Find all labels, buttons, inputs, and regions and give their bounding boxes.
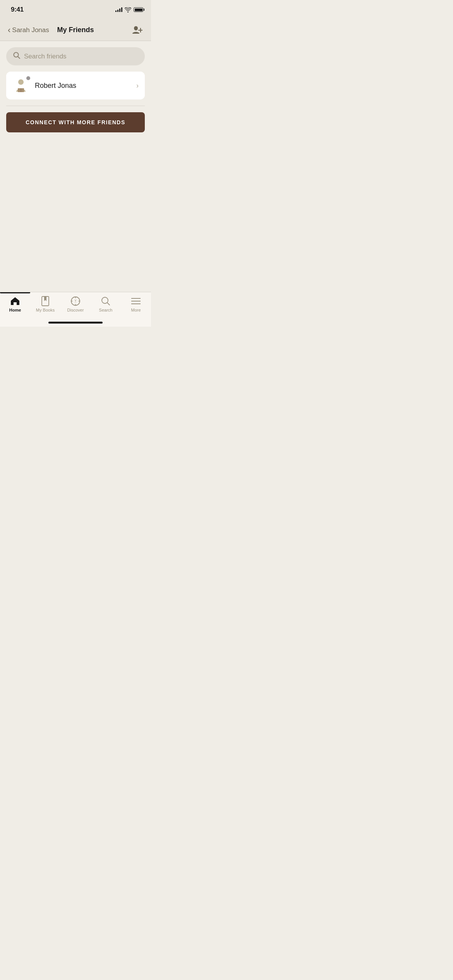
section-divider: [6, 106, 145, 106]
tab-discover[interactable]: Discover: [60, 296, 91, 312]
tab-active-indicator: [0, 292, 30, 293]
add-friend-button[interactable]: [131, 24, 143, 36]
tab-search-icon: [101, 296, 111, 306]
status-icons: [115, 7, 143, 12]
online-indicator: [26, 75, 31, 81]
connect-friends-button[interactable]: CONNECT WITH MORE FRIENDS: [6, 112, 145, 132]
wifi-icon: [125, 7, 131, 12]
tab-discover-label: Discover: [67, 308, 84, 312]
signal-icon: [115, 7, 122, 12]
tab-my-books[interactable]: My Books: [30, 296, 60, 312]
friend-chevron-icon: ›: [136, 82, 139, 90]
tab-home-label: Home: [9, 308, 21, 312]
avatar: [12, 77, 29, 94]
friend-name: Robert Jonas: [35, 82, 136, 90]
back-chevron-icon: ‹: [8, 26, 10, 34]
friend-row[interactable]: Robert Jonas ›: [6, 72, 145, 99]
page-title: My Friends: [57, 26, 94, 34]
svg-line-15: [107, 303, 110, 305]
my-books-icon: [40, 296, 50, 306]
search-placeholder: Search friends: [24, 53, 67, 60]
add-person-icon: [132, 25, 142, 35]
home-indicator: [48, 322, 103, 324]
svg-point-0: [134, 26, 138, 30]
back-button[interactable]: ‹ Sarah Jonas: [8, 26, 49, 34]
discover-icon: [70, 296, 81, 306]
more-icon: [131, 296, 141, 306]
main-content: Search friends Robert Jonas ›: [0, 41, 151, 132]
tab-my-books-label: My Books: [36, 308, 55, 312]
back-label: Sarah Jonas: [12, 26, 49, 34]
tab-search[interactable]: Search: [91, 296, 121, 312]
battery-icon: [134, 7, 143, 12]
svg-point-5: [18, 79, 24, 85]
tab-home[interactable]: Home: [0, 296, 30, 312]
search-icon: [13, 52, 20, 61]
tab-more-label: More: [131, 308, 141, 312]
friends-list: Robert Jonas ›: [6, 72, 145, 99]
home-icon: [10, 296, 20, 306]
tab-search-label: Search: [99, 308, 113, 312]
status-bar: 9:41: [0, 0, 151, 19]
svg-line-4: [18, 57, 20, 58]
nav-bar: ‹ Sarah Jonas My Friends: [0, 19, 151, 41]
status-time: 9:41: [11, 6, 24, 14]
search-bar[interactable]: Search friends: [6, 47, 145, 65]
tab-more[interactable]: More: [121, 296, 151, 312]
